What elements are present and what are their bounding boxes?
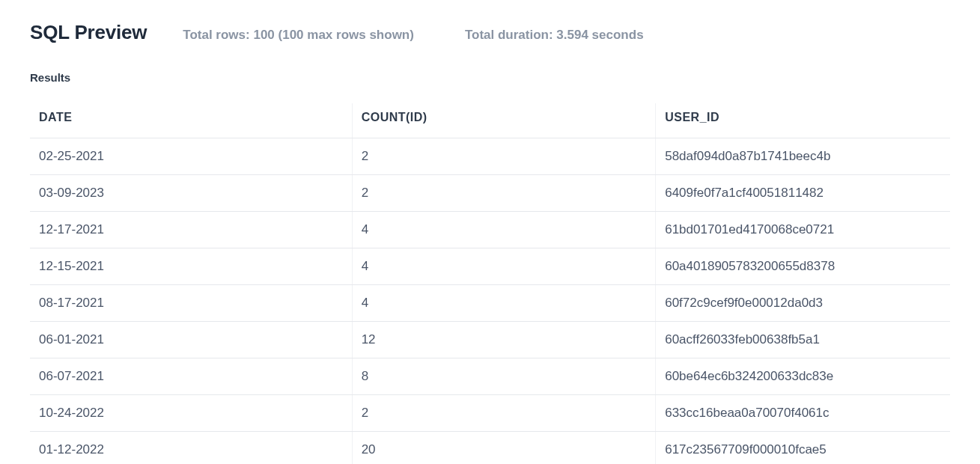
column-header-userid[interactable]: USER_ID — [656, 103, 950, 138]
table-header-row: DATE COUNT(ID) USER_ID — [30, 103, 950, 138]
cell-count: 20 — [352, 432, 656, 465]
results-table: DATE COUNT(ID) USER_ID 02-25-2021 2 58da… — [30, 103, 950, 464]
cell-userid: 61bd01701ed4170068ce0721 — [656, 212, 950, 248]
table-row: 01-12-2022 20 617c23567709f000010fcae5 — [30, 432, 950, 465]
table-row: 06-01-2021 12 60acff26033feb00638fb5a1 — [30, 322, 950, 358]
cell-userid: 6409fe0f7a1cf40051811482 — [656, 175, 950, 212]
cell-date: 08-17-2021 — [30, 285, 352, 322]
cell-date: 06-01-2021 — [30, 322, 352, 358]
cell-count: 2 — [352, 138, 656, 175]
table-row: 03-09-2023 2 6409fe0f7a1cf40051811482 — [30, 175, 950, 212]
cell-userid: 633cc16beaa0a70070f4061c — [656, 395, 950, 432]
total-rows-info: Total rows: 100 (100 max rows shown) — [183, 28, 414, 43]
cell-userid: 60a4018905783200655d8378 — [656, 248, 950, 285]
cell-date: 02-25-2021 — [30, 138, 352, 175]
cell-date: 10-24-2022 — [30, 395, 352, 432]
cell-date: 03-09-2023 — [30, 175, 352, 212]
cell-date: 06-07-2021 — [30, 358, 352, 395]
cell-count: 4 — [352, 212, 656, 248]
cell-count: 2 — [352, 395, 656, 432]
cell-count: 8 — [352, 358, 656, 395]
column-header-count[interactable]: COUNT(ID) — [352, 103, 656, 138]
table-row: 12-15-2021 4 60a4018905783200655d8378 — [30, 248, 950, 285]
total-duration-info: Total duration: 3.594 seconds — [465, 28, 644, 43]
cell-userid: 617c23567709f000010fcae5 — [656, 432, 950, 465]
cell-userid: 60f72c9cef9f0e00012da0d3 — [656, 285, 950, 322]
cell-count: 2 — [352, 175, 656, 212]
table-row: 02-25-2021 2 58daf094d0a87b1741beec4b — [30, 138, 950, 175]
results-label: Results — [30, 71, 950, 84]
cell-count: 4 — [352, 285, 656, 322]
header: SQL Preview Total rows: 100 (100 max row… — [30, 21, 950, 44]
table-row: 08-17-2021 4 60f72c9cef9f0e00012da0d3 — [30, 285, 950, 322]
cell-date: 01-12-2022 — [30, 432, 352, 465]
table-row: 06-07-2021 8 60be64ec6b324200633dc83e — [30, 358, 950, 395]
cell-userid: 60be64ec6b324200633dc83e — [656, 358, 950, 395]
cell-date: 12-17-2021 — [30, 212, 352, 248]
cell-count: 12 — [352, 322, 656, 358]
cell-userid: 60acff26033feb00638fb5a1 — [656, 322, 950, 358]
cell-date: 12-15-2021 — [30, 248, 352, 285]
cell-count: 4 — [352, 248, 656, 285]
table-row: 10-24-2022 2 633cc16beaa0a70070f4061c — [30, 395, 950, 432]
cell-userid: 58daf094d0a87b1741beec4b — [656, 138, 950, 175]
column-header-date[interactable]: DATE — [30, 103, 352, 138]
table-row: 12-17-2021 4 61bd01701ed4170068ce0721 — [30, 212, 950, 248]
page-title: SQL Preview — [30, 21, 147, 44]
